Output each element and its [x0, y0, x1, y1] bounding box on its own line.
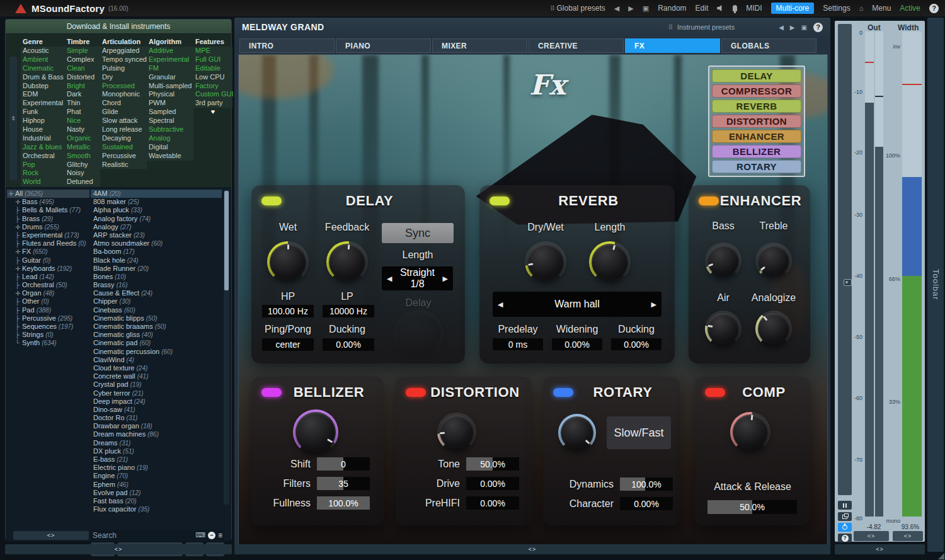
filter-tag[interactable]: Pulsing	[100, 64, 147, 73]
search-input[interactable]: Search	[93, 531, 193, 540]
width-meter-handle[interactable]: <>	[893, 531, 923, 541]
tab-creative[interactable]: CREATIVE	[529, 38, 624, 53]
param-field[interactable]: 100.0%	[620, 477, 673, 491]
instrument-item[interactable]: Alpha pluck (33)	[91, 206, 222, 214]
filter-tag[interactable]: Analog	[147, 134, 193, 143]
filter-tag[interactable]: Decaying	[100, 134, 147, 143]
filter-tag[interactable]: Nasty	[65, 125, 100, 134]
filter-tag[interactable]: Long release	[100, 125, 147, 134]
filter-tag[interactable]: Tempo synced	[100, 55, 147, 64]
filter-tag[interactable]: Simple	[65, 47, 100, 55]
download-install-button[interactable]: Download & Install instruments	[6, 20, 231, 33]
instrument-item[interactable]: Cloud texture (24)	[91, 364, 222, 372]
next-icon[interactable]: ▶	[651, 300, 656, 309]
filter-tag[interactable]: Complex	[65, 55, 100, 64]
fx-chain-compressor[interactable]: COMPRESSOR	[712, 84, 801, 98]
preset-prev-button[interactable]: ◀	[614, 4, 619, 13]
filter-tag[interactable]: Glide	[100, 108, 147, 117]
filter-tag[interactable]: Slow attack	[100, 117, 147, 125]
instrument-item[interactable]: Fast bass (20)	[91, 497, 222, 505]
feedback-knob[interactable]	[326, 241, 368, 283]
filter-tag[interactable]: 3rd party	[193, 99, 232, 108]
sync-button[interactable]: Sync	[382, 223, 454, 243]
tree-resize-handle[interactable]: <>	[13, 531, 89, 540]
filter-tag[interactable]: Chord	[100, 99, 147, 108]
filter-tag[interactable]: Jazz & blues	[21, 143, 65, 152]
filter-tag[interactable]: Metallic	[65, 143, 100, 152]
instrument-item[interactable]: Cinebass (60)	[91, 306, 222, 314]
reverb-preset-selector[interactable]: ◀ Warm hall ▶	[493, 292, 662, 317]
instrument-item[interactable]: DX pluck (51)	[91, 447, 222, 455]
filter-tag[interactable]: Experimental	[21, 99, 65, 108]
clear-filter-icon[interactable]: –	[208, 532, 215, 539]
filter-tag[interactable]: Dark	[65, 90, 100, 99]
bellizer-knob[interactable]	[293, 409, 338, 455]
window-resize-corner[interactable]	[938, 553, 944, 559]
instrument-item[interactable]: Cinematic pad (60)	[91, 339, 222, 347]
filter-tag[interactable]: Pop	[21, 161, 65, 169]
slow-fast-button[interactable]: Slow/Fast	[607, 416, 671, 449]
filter-tag[interactable]: Distorted	[65, 73, 100, 82]
tree-item[interactable]: ├Other (0)	[7, 297, 89, 306]
fx-chain-bellizer[interactable]: BELLIZER	[712, 145, 801, 158]
filter-tag[interactable]: Orchestral	[21, 152, 65, 161]
speaker-icon[interactable]	[717, 5, 724, 12]
attack-release-field[interactable]: 50.0%	[707, 500, 797, 514]
tab-mixer[interactable]: MIXER	[432, 38, 527, 53]
reverb-enable-led[interactable]	[490, 197, 510, 205]
drywet-knob[interactable]	[525, 241, 566, 283]
filter-tag[interactable]: Hiphop	[21, 117, 65, 125]
filter-tag[interactable]: Sampled	[147, 108, 193, 117]
filter-tag[interactable]: Percussive	[100, 152, 147, 161]
instrument-item[interactable]: Evolve pad (12)	[91, 489, 222, 497]
filter-tag[interactable]: Physical	[147, 90, 193, 99]
tab-fx[interactable]: FX	[625, 38, 720, 53]
distortion-knob[interactable]	[437, 413, 476, 452]
tree-item[interactable]: ├Bells & Mallets (77)	[7, 206, 89, 214]
instrument-item[interactable]: Deep impact (24)	[91, 397, 222, 406]
filter-tag[interactable]: Granular	[147, 73, 193, 82]
param-field[interactable]: 50.0%	[466, 457, 519, 471]
out-meter-handle[interactable]: <>	[854, 531, 889, 541]
expand-icon[interactable]: ✛	[15, 265, 22, 273]
tree-item[interactable]: ├Guitar (0)	[7, 256, 89, 265]
expand-icon[interactable]: ✛	[15, 248, 22, 256]
fx-chain-rotary[interactable]: ROTARY	[712, 160, 801, 173]
favorite-filter-icon[interactable]: ♥	[193, 108, 232, 117]
filter-tag[interactable]: Factory	[193, 82, 232, 91]
main-resize-handle[interactable]: <>	[234, 544, 830, 554]
instrument-item[interactable]: Atmo soundmaker (60)	[91, 239, 222, 248]
settings-button[interactable]: Settings	[823, 4, 850, 13]
tree-item[interactable]: ├Strings (0)	[7, 331, 89, 339]
filter-tag[interactable]: PWM	[147, 99, 193, 108]
filter-tag[interactable]: Detuned	[65, 178, 100, 186]
filter-tag[interactable]: Phat	[65, 108, 100, 117]
sidebar-resize-handle[interactable]: <>	[5, 544, 232, 554]
rotary-knob[interactable]	[558, 414, 596, 452]
instrument-item[interactable]: 4AM (20)	[91, 190, 222, 198]
filter-tag[interactable]: Digital	[147, 143, 193, 152]
tree-item[interactable]: ├Percussive (295)	[7, 314, 89, 323]
length-knob[interactable]	[589, 241, 631, 283]
tree-item[interactable]: └Synth (634)	[7, 339, 89, 347]
comp-knob[interactable]	[730, 412, 770, 452]
length-selector[interactable]: ◀ Straight1/8 ▶	[382, 266, 453, 290]
preset-next-button[interactable]: ▶	[790, 24, 795, 31]
tree-item[interactable]: ✛Organ (48)	[7, 289, 89, 297]
filter-tag[interactable]: FM	[147, 64, 193, 73]
instrument-item[interactable]: Electric piano (19)	[91, 464, 222, 472]
filter-tag[interactable]: MPE	[193, 47, 232, 55]
instrument-item[interactable]: Cinematic gliss (40)	[91, 331, 222, 339]
tree-item[interactable]: ├Experimental (173)	[7, 231, 89, 239]
meter-help-button[interactable]: ?	[838, 534, 852, 542]
instrument-item[interactable]: Engine (70)	[91, 472, 222, 480]
power-button[interactable]	[838, 523, 852, 532]
distortion-enable-led[interactable]	[406, 388, 426, 397]
lp-field[interactable]: 10000 Hz	[323, 305, 374, 317]
filter-tag[interactable]: Nice	[65, 117, 100, 125]
search-bar[interactable]: Search ⌨ – ≡	[91, 530, 224, 540]
bellizer-enable-led[interactable]	[261, 388, 282, 397]
random-button[interactable]: Random	[658, 4, 686, 13]
tree-item-all[interactable]: ✛All (3625)	[7, 190, 89, 198]
tree-item[interactable]: ├Lead (142)	[7, 273, 89, 281]
